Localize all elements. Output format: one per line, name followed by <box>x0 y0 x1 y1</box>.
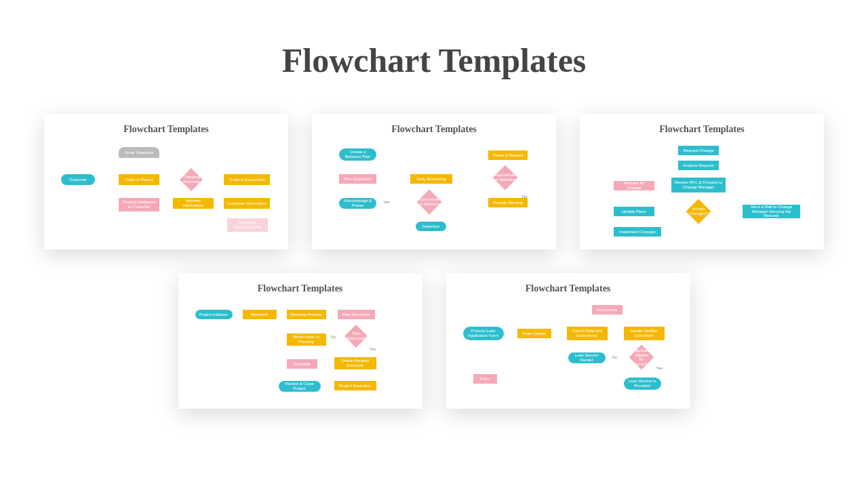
node-docs: Documents <box>592 305 623 314</box>
node-cust-info: Customer Information <box>224 198 270 209</box>
node-planning: Planning Process <box>287 310 326 319</box>
node-send-mail: Send a Mail to Change Manager Denying th… <box>743 205 800 218</box>
card-title: Flowchart Templates <box>587 124 817 135</box>
node-accept: Accept Changes? <box>686 199 711 224</box>
label-yes: Yes <box>370 347 376 351</box>
template-grid: Flowchart Templates Customer Order Datab… <box>0 114 868 409</box>
node-revert: Revert back to Planning <box>287 333 326 346</box>
node-approved: Plan Approved? <box>344 325 368 348</box>
node-improve: Improvement in Behavior <box>493 165 518 190</box>
node-req-for: Request for Change <box>614 181 654 190</box>
node-provided: Loan Service is Provided <box>624 378 661 390</box>
node-improve2: Improvement in Behavior <box>417 190 442 215</box>
node-update: Update Plans <box>614 207 654 216</box>
node-schedule: Schedule <box>287 359 317 369</box>
node-create-plan: Create a Behavior Plan <box>339 148 376 161</box>
card-title: Flowchart Templates <box>185 283 416 294</box>
node-plan-doc: Plan Document <box>339 174 376 184</box>
node-assembled: Order is Assembled <box>224 174 270 185</box>
node-order-db: Order Database <box>119 147 159 158</box>
card-title: Flowchart Templates <box>453 283 684 294</box>
node-analyze: Analyze Request <box>678 161 719 170</box>
node-form: Form <box>473 374 497 384</box>
flowchart-4: Project Initiation Research Planning Pro… <box>185 300 416 408</box>
page-title: Flowchart Templates <box>0 41 868 80</box>
node-warn: Provide Warning <box>488 198 528 207</box>
node-execute: Project Execution <box>334 381 376 390</box>
node-procure: Procure Loan Application Form <box>463 327 504 340</box>
node-submit: Submit Relevant Documents <box>567 327 608 340</box>
template-card-5[interactable]: Flowchart Templates Documents Procure Lo… <box>446 273 690 409</box>
template-card-2[interactable]: Flowchart Templates Create a Behavior Pl… <box>312 114 556 249</box>
node-addr-info: Address Information <box>173 198 214 209</box>
node-review: Review RFC & Forward to Change Manager <box>671 178 726 192</box>
label-no: No <box>331 335 336 339</box>
node-monitoring: Daily Monitoring <box>410 174 452 184</box>
label-no: No <box>612 355 618 359</box>
node-eligible: Applicant Eligible for Loan? <box>629 345 654 370</box>
node-detention: Detention <box>416 222 446 231</box>
node-research: Research <box>243 310 277 319</box>
node-review-close: Review & Close Project <box>279 381 321 392</box>
node-customer: Customer <box>61 174 95 185</box>
node-verify: Lender Verifies Document <box>624 327 665 340</box>
template-card-3[interactable]: Flowchart Templates Request Change Analy… <box>580 114 824 249</box>
flowchart-1: Customer Order Database Order is Placed … <box>51 140 281 249</box>
node-denied: Loan Service Denied <box>568 352 606 363</box>
node-enter: Enter Details <box>517 329 551 338</box>
node-cust-file: Customer Information File <box>227 218 268 232</box>
node-implement: Implement Changes <box>614 227 661 237</box>
node-req-change: Request Change <box>678 146 719 155</box>
label-yes: Yes <box>383 200 390 204</box>
flowchart-3: Request Change Analyze Request Request f… <box>587 140 817 249</box>
template-card-4[interactable]: Flowchart Templates Project Initiation R… <box>178 273 422 409</box>
node-plan-doc: Plan Document <box>338 310 375 319</box>
node-check-inv: Checking Inventory <box>180 168 203 191</box>
flowchart-2: Create a Behavior Plan Plan Document Dai… <box>319 140 549 249</box>
node-detailed: Create Detailed Schedule <box>334 357 376 369</box>
template-card-1[interactable]: Flowchart Templates Customer Order Datab… <box>44 114 288 249</box>
card-title: Flowchart Templates <box>51 124 281 135</box>
card-title: Flowchart Templates <box>319 124 549 135</box>
node-ack: Acknowledge & Praise <box>339 198 376 209</box>
node-delivered: Product Delivered to Customer <box>119 198 159 211</box>
node-order-placed: Order is Placed <box>119 174 159 185</box>
node-init: Project Initiation <box>195 310 233 319</box>
label-yes: Yes <box>656 366 663 370</box>
node-praise: Praise & Reward <box>488 150 528 160</box>
flowchart-5: Documents Procure Loan Application Form … <box>453 300 684 408</box>
